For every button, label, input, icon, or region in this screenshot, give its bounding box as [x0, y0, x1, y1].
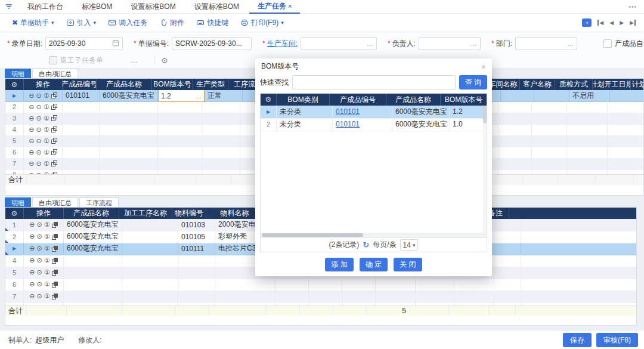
bom-version-cell[interactable]: …	[158, 124, 202, 136]
row-remove-icon[interactable]: ⊖	[29, 92, 34, 99]
filter-menu-icon[interactable]	[5, 2, 13, 11]
nav-tab[interactable]: 设置标准BOM	[186, 0, 249, 13]
refresh-icon[interactable]: ↻	[363, 240, 369, 249]
prev-record-icon[interactable]: ◀	[609, 20, 614, 26]
row-copy-icon[interactable]	[51, 138, 57, 144]
row-detail-icon[interactable]: ①	[44, 104, 49, 110]
row-copy-icon[interactable]	[51, 115, 57, 121]
row-remove-icon[interactable]: ⊖	[29, 138, 34, 144]
doc-helper-button[interactable]: ✖单据助手▾	[12, 18, 54, 28]
row-remove-icon[interactable]: ⊖	[29, 257, 35, 264]
bom-version-cell[interactable]: …	[158, 147, 202, 159]
close-button[interactable]: 关 闭	[394, 258, 422, 271]
row-detail-icon[interactable]: ①	[44, 233, 50, 240]
more-menu-icon[interactable]: •••	[628, 4, 637, 10]
dialog-vertical-scrollbar[interactable]	[483, 106, 487, 233]
nav-tab[interactable]: 生产任务×	[249, 0, 300, 14]
row-insert-icon[interactable]: ⊙	[37, 281, 42, 288]
audit-button[interactable]: 审核(F8)	[596, 333, 638, 347]
product-code-link[interactable]: 010101	[336, 107, 360, 116]
print-button[interactable]: 打印(F9)▾	[240, 18, 284, 28]
import-button[interactable]: 引入▾	[66, 18, 97, 28]
bom-version-cell[interactable]: 1.2…	[158, 90, 205, 102]
workshop-input[interactable]: …	[301, 37, 377, 50]
first-record-icon[interactable]: ◀	[597, 20, 603, 26]
tab-detail[interactable]: 明细	[5, 69, 31, 79]
row-copy-icon[interactable]	[52, 270, 58, 276]
row-remove-icon[interactable]: ⊖	[29, 269, 35, 276]
row-remove-icon[interactable]: ⊖	[29, 126, 34, 133]
row-detail-icon[interactable]: ①	[44, 293, 50, 299]
doc-no-input[interactable]: SCRW-2025-09-30...	[172, 37, 252, 50]
next-record-icon[interactable]: ▶	[620, 20, 624, 26]
date-input[interactable]: 2025-09-30	[45, 37, 123, 50]
nav-tab[interactable]: 我的工作台	[19, 0, 73, 13]
load-task-button[interactable]: 调入任务	[108, 18, 147, 28]
row-copy-icon[interactable]	[52, 246, 58, 252]
dialog-row[interactable]: 2 未分类 010101 6000毫安充电宝 1.0	[261, 118, 487, 131]
form-settings-gear-icon[interactable]: ⚙	[161, 56, 168, 65]
add-button[interactable]: 添 加	[325, 258, 353, 271]
bom-picker-icon[interactable]: …	[195, 92, 202, 100]
quick-search-input[interactable]	[292, 75, 456, 89]
hotkey-button[interactable]: 快捷键	[196, 18, 228, 28]
row-copy-icon[interactable]	[51, 160, 57, 166]
manager-picker-icon[interactable]: …	[468, 40, 477, 47]
nav-tab[interactable]: 设置标准BOM	[122, 0, 185, 13]
row-remove-icon[interactable]: ⊖	[29, 221, 35, 228]
row-remove-icon[interactable]: ⊖	[29, 293, 35, 299]
row-insert-icon[interactable]: ⊙	[36, 126, 42, 133]
row-insert-icon[interactable]: ⊙	[36, 138, 42, 144]
row-copy-icon[interactable]	[51, 126, 57, 132]
row-remove-icon[interactable]: ⊖	[29, 245, 35, 252]
dialog-row[interactable]: 未分类 010101 6000毫安充电宝 1.2	[261, 106, 487, 118]
row-detail-icon[interactable]: ①	[44, 221, 50, 228]
last-record-icon[interactable]: ▶	[630, 20, 636, 26]
search-button[interactable]: 查 询	[459, 75, 487, 89]
row-copy-icon[interactable]	[51, 92, 57, 98]
tab-detail-2[interactable]: 明细	[5, 197, 31, 208]
column-settings-gear-icon-3[interactable]: ⚙	[265, 95, 272, 104]
row-copy-icon[interactable]	[52, 282, 58, 288]
row-detail-icon[interactable]: ①	[44, 281, 50, 288]
row-copy-icon[interactable]	[52, 294, 58, 299]
row-remove-icon[interactable]: ⊖	[29, 104, 34, 110]
dept-input[interactable]: …	[515, 37, 577, 50]
row-insert-icon[interactable]: ⊙	[36, 115, 42, 122]
row-detail-icon[interactable]: ①	[44, 269, 50, 276]
workshop-picker-icon[interactable]: …	[364, 40, 373, 47]
tab-free-items[interactable]: 自由项汇总	[32, 69, 78, 79]
row-remove-icon[interactable]: ⊖	[29, 115, 34, 122]
row-remove-icon[interactable]: ⊖	[29, 233, 35, 240]
row-insert-icon[interactable]: ⊙	[37, 233, 42, 240]
tab-close-icon[interactable]: ×	[288, 2, 292, 10]
bom-version-cell[interactable]: …	[158, 113, 202, 125]
attachment-button[interactable]: 附件	[159, 18, 184, 28]
per-page-select[interactable]: 14▾	[400, 239, 419, 251]
grid2-row[interactable]: 7 ⊖⊙①	[5, 291, 636, 302]
tab-free-items-2[interactable]: 自由项汇总	[32, 197, 78, 208]
row-copy-icon[interactable]	[51, 149, 57, 155]
row-insert-icon[interactable]: ⊙	[36, 160, 42, 167]
row-remove-icon[interactable]: ⊖	[29, 160, 34, 167]
row-insert-icon[interactable]: ⊙	[37, 257, 42, 264]
row-insert-icon[interactable]: ⊙	[36, 92, 42, 99]
bom-version-cell[interactable]: …	[158, 101, 202, 113]
save-button[interactable]: 保存	[563, 333, 592, 347]
column-settings-gear-icon-2[interactable]: ⚙	[11, 209, 18, 218]
calendar-icon[interactable]	[112, 39, 119, 48]
bom-version-cell[interactable]: …	[158, 135, 202, 147]
new-record-icon[interactable]: ＋	[582, 18, 592, 27]
row-detail-icon[interactable]: ①	[44, 245, 50, 252]
dialog-close-icon[interactable]: ×	[481, 61, 486, 72]
dept-picker-icon[interactable]: …	[565, 40, 574, 47]
row-detail-icon[interactable]: ①	[44, 115, 49, 122]
nav-tab[interactable]: 标准BOM	[73, 0, 122, 13]
rework-checkbox[interactable]	[49, 56, 57, 64]
header-ellipsis-icon[interactable]: …	[131, 56, 138, 64]
dialog-horizontal-scrollbar[interactable]	[261, 233, 487, 237]
row-copy-icon[interactable]	[52, 234, 58, 240]
bom-version-cell[interactable]: …	[158, 158, 202, 170]
confirm-button[interactable]: 确 定	[360, 258, 388, 271]
manager-input[interactable]: …	[419, 37, 481, 50]
